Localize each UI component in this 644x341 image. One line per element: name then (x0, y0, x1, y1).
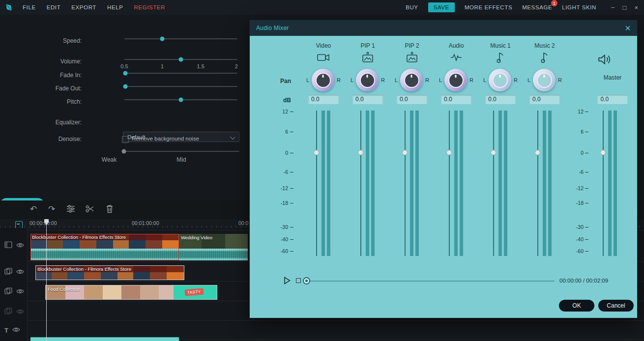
eye-icon[interactable] (16, 241, 24, 250)
volume-slider[interactable] (124, 56, 237, 63)
master-meters (569, 111, 633, 256)
track-header-column: T (0, 228, 28, 341)
seek-handle[interactable] (303, 277, 310, 284)
db-value-field[interactable]: 0.0 (529, 95, 560, 104)
fader-handle[interactable] (600, 150, 606, 155)
adjust-icon[interactable] (65, 203, 76, 214)
speed-slider-thumb[interactable] (160, 37, 165, 41)
top-menu-bar: FILE EDIT EXPORT HELP REGISTER BUY SAVE … (0, 0, 644, 15)
pip-clip-blockbuster[interactable]: Blockbuster Collection - Filmora Effects… (35, 265, 184, 280)
db-value-field[interactable]: 0.0 (308, 95, 339, 104)
pan-knob[interactable] (400, 69, 423, 91)
pan-knob[interactable] (312, 69, 334, 91)
minimize-button[interactable]: − (611, 4, 615, 11)
message-button[interactable]: MESSAGE 1 (522, 4, 552, 10)
fader-track[interactable] (405, 111, 406, 256)
tick-1-5: 1.5 (197, 63, 205, 69)
track-header-text: T (0, 325, 27, 335)
clip-partial-bottom[interactable] (30, 337, 179, 341)
dialog-close-icon[interactable]: × (625, 23, 631, 33)
buy-button[interactable]: BUY (406, 4, 418, 10)
trash-icon[interactable] (104, 203, 115, 214)
stop-button[interactable] (296, 278, 301, 283)
slider-track[interactable] (124, 86, 237, 87)
undo-icon[interactable]: ↶ (28, 203, 39, 214)
slider-track[interactable] (124, 73, 237, 74)
db-value-field[interactable]: 0.0 (397, 95, 427, 104)
ok-button[interactable]: OK (559, 300, 594, 312)
volume-slider-thumb[interactable] (179, 57, 183, 62)
pip-clip-food[interactable]: Food Collection TASTY (45, 285, 217, 300)
eye-icon[interactable] (16, 287, 24, 296)
scale-label: -40 (250, 236, 295, 242)
cancel-button[interactable]: Cancel (598, 300, 634, 312)
clip-label: Wedding Video (181, 235, 212, 240)
more-effects-button[interactable]: MORE EFFECTS (465, 4, 512, 10)
speed-slider[interactable] (124, 35, 237, 42)
denoise-slider-thumb[interactable] (122, 149, 126, 154)
maximize-button[interactable]: □ (623, 4, 627, 11)
fader-handle[interactable] (402, 150, 408, 155)
level-meter (322, 111, 325, 256)
pitch-slider[interactable] (124, 96, 237, 103)
video-camera-icon (301, 51, 346, 64)
pitch-slider-thumb[interactable] (179, 98, 183, 102)
menu-export[interactable]: EXPORT (71, 4, 96, 10)
fader-handle[interactable] (491, 150, 496, 155)
pitch-label: Pitch: (0, 98, 82, 105)
eye-icon[interactable] (12, 326, 20, 335)
pan-knob[interactable] (533, 69, 556, 91)
fade-out-slider-thumb[interactable] (123, 85, 128, 89)
fader-handle[interactable] (314, 150, 319, 155)
playhead-line[interactable] (46, 219, 47, 341)
play-button[interactable] (284, 277, 291, 286)
fader-track[interactable] (360, 111, 361, 256)
slider-track[interactable] (123, 151, 239, 152)
seek-bar[interactable] (303, 281, 555, 282)
audio-waveform-strip[interactable] (30, 249, 248, 260)
menu-register[interactable]: REGISTER (134, 4, 165, 10)
db-value-field[interactable]: 0.0 (352, 95, 383, 104)
slider-track[interactable] (124, 38, 237, 39)
menu-edit[interactable]: EDIT (47, 4, 61, 10)
fader-handle[interactable] (358, 150, 363, 155)
fader-track[interactable] (537, 111, 538, 256)
menu-file[interactable]: FILE (23, 4, 36, 10)
denoise-level-slider[interactable] (123, 148, 239, 155)
video-track-icon (4, 241, 12, 250)
eye-icon[interactable] (16, 268, 24, 277)
video-clip-blockbuster[interactable]: Blockbuster Collection - Filmora Effects… (30, 234, 179, 249)
menu-help[interactable]: HELP (107, 4, 123, 10)
pan-left-label: L (527, 77, 530, 83)
save-button[interactable]: SAVE (428, 2, 455, 12)
fade-out-slider[interactable] (124, 83, 237, 90)
fade-out-label: Fade Out: (0, 85, 82, 92)
pan-knob[interactable] (489, 69, 511, 91)
fader-track[interactable] (449, 111, 450, 256)
scissors-icon[interactable] (85, 203, 95, 214)
redo-icon[interactable]: ↷ (46, 203, 57, 214)
fader-track[interactable] (603, 111, 604, 256)
fade-in-slider[interactable] (124, 70, 237, 77)
fader-track[interactable] (316, 111, 317, 256)
video-clip-wedding[interactable]: Wedding Video (179, 234, 248, 249)
track-header-pip3 (0, 307, 27, 317)
pan-knob[interactable] (444, 69, 467, 91)
fader-track[interactable] (493, 111, 494, 256)
window-close-button[interactable]: × (634, 4, 638, 11)
pan-knob[interactable] (356, 69, 379, 91)
message-badge: 1 (551, 0, 557, 6)
db-value-field[interactable]: 0.0 (441, 95, 471, 104)
db-value-field[interactable]: 0.0 (597, 95, 628, 104)
denoise-checkbox[interactable] (122, 136, 129, 143)
track-manager-icon[interactable] (15, 221, 23, 228)
fade-in-slider-thumb[interactable] (123, 71, 128, 76)
scale-label: -18 (250, 200, 295, 206)
eye-icon[interactable] (16, 308, 24, 316)
db-value-field[interactable]: 0.0 (485, 95, 516, 104)
fader-handle[interactable] (535, 150, 540, 155)
pan-left-label: L (306, 77, 309, 83)
fader-handle[interactable] (446, 150, 452, 155)
level-meter (504, 111, 507, 256)
light-skin-button[interactable]: LIGHT SKIN (562, 4, 596, 10)
